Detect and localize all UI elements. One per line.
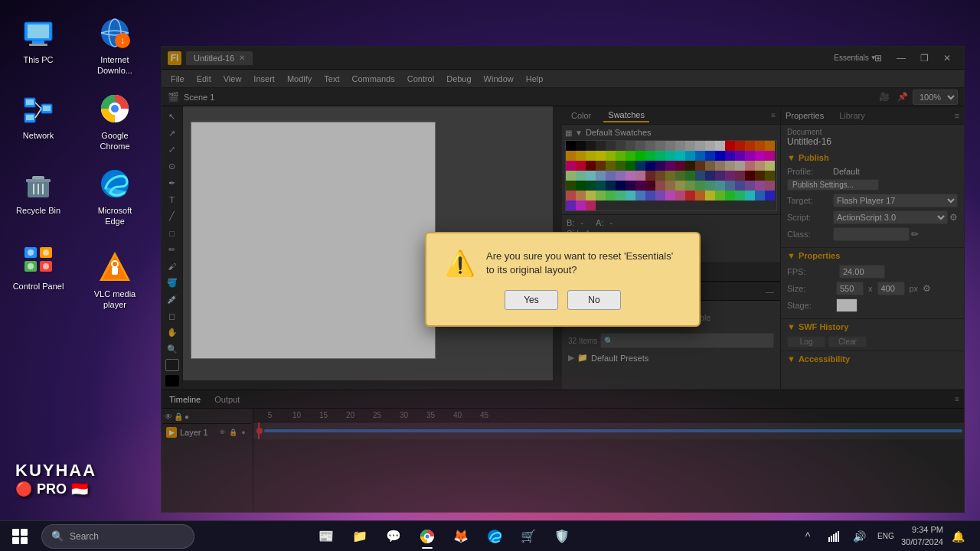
desktop-icon-control-panel[interactable]: Control Panel (8, 238, 69, 314)
vlc-label: VLC mediaplayer (94, 289, 136, 311)
taskbar-apps: 📰 📁 💬 🦊 (311, 523, 577, 550)
taskbar-explorer[interactable]: 📁 (345, 523, 375, 550)
clock-time: 9:34 PM (901, 524, 943, 536)
dialog-message: Are you sure you want to reset 'Essentia… (486, 249, 681, 277)
taskbar-shield[interactable]: 🛡️ (547, 523, 577, 550)
desktop-icon-this-pc[interactable]: This PC (8, 11, 69, 80)
svg-rect-43 (828, 537, 830, 542)
tray-volume-icon[interactable]: 🔊 (849, 526, 871, 547)
svg-rect-3 (29, 44, 47, 46)
system-tray: ^ 🔊 ENG 9:34 PM 30/07/2024 🔔 (797, 524, 975, 548)
svg-rect-45 (833, 534, 835, 542)
yes-button[interactable]: Yes (505, 290, 558, 310)
svg-line-14 (35, 103, 41, 109)
chrome-taskbar-icon (418, 527, 436, 546)
desktop-icon-recycle-bin[interactable]: Recycle Bin (8, 162, 69, 230)
taskbar-widgets[interactable]: 📰 (311, 523, 341, 550)
no-button[interactable]: No (567, 290, 621, 310)
chrome-label: Google Chrome (87, 130, 142, 152)
widgets-icon: 📰 (317, 527, 335, 546)
this-pc-icon (20, 15, 57, 51)
control-panel-label: Control Panel (13, 281, 64, 292)
recycle-bin-label: Recycle Bin (16, 205, 60, 216)
svg-point-30 (28, 249, 34, 256)
svg-point-33 (43, 263, 49, 269)
control-panel-icon (20, 241, 57, 278)
svg-point-38 (113, 262, 117, 266)
edge-label: MicrosoftEdge (98, 205, 132, 227)
reset-layout-dialog: ⚠️ Are you sure you want to reset 'Essen… (425, 232, 701, 327)
recycle-bin-icon (20, 165, 57, 202)
shield-taskbar-icon: 🛡️ (553, 527, 571, 546)
internet-download-icon: ↓ (96, 15, 133, 51)
vlc-icon (96, 249, 133, 285)
watermark: KUYHAA 🔴 PRO 🇮🇩 (15, 461, 96, 497)
svg-rect-2 (32, 41, 44, 44)
desktop-icon-network[interactable]: Network (8, 87, 69, 155)
svg-rect-44 (831, 536, 832, 542)
dialog-buttons: Yes No (505, 290, 621, 310)
clock-date: 30/07/2024 (901, 536, 943, 548)
taskbar-firefox[interactable]: 🦊 (446, 523, 476, 550)
desktop-icon-internet-download[interactable]: ↓ InternetDownlo... (84, 11, 145, 80)
taskbar-whatsapp[interactable]: 💬 (378, 523, 409, 550)
svg-rect-9 (26, 99, 34, 105)
internet-download-label: InternetDownlo... (97, 54, 132, 77)
edge-icon (96, 165, 133, 202)
taskbar-search-text: Search (70, 531, 99, 542)
desktop-icon-vlc[interactable]: VLC mediaplayer (84, 246, 145, 314)
modal-overlay: ⚠️ Are you sure you want to reset 'Essen… (162, 47, 964, 512)
whatsapp-icon: 💬 (384, 527, 403, 546)
taskbar: 🔍 Search 📰 📁 💬 (0, 520, 980, 551)
taskbar-search[interactable]: 🔍 Search (41, 524, 194, 549)
network-icon (20, 90, 57, 127)
desktop-icon-edge[interactable]: MicrosoftEdge (84, 162, 145, 230)
taskbar-chrome[interactable] (412, 523, 443, 550)
svg-point-31 (43, 249, 49, 256)
this-pc-label: This PC (23, 54, 53, 65)
tray-network-icon[interactable] (823, 526, 844, 547)
firefox-icon: 🦊 (452, 527, 470, 546)
desktop-icons-area: This PC ↓ InternetDownlo... (4, 8, 157, 317)
svg-rect-46 (835, 533, 837, 542)
tray-language-icon[interactable]: ENG (875, 526, 897, 547)
svg-rect-13 (43, 106, 51, 111)
svg-point-18 (111, 105, 119, 112)
svg-line-15 (35, 109, 41, 118)
watermark-line2: 🔴 PRO 🇮🇩 (15, 481, 96, 497)
taskbar-search-icon: 🔍 (51, 530, 64, 542)
flash-window: Fl Untitled-16 ✕ Essentials ▼ ⊞ — ❐ ✕ Fi… (161, 46, 965, 513)
svg-point-41 (425, 534, 429, 538)
dialog-content: ⚠️ Are you sure you want to reset 'Essen… (445, 249, 681, 278)
warning-icon: ⚠️ (445, 249, 475, 278)
svg-text:↓: ↓ (120, 35, 125, 46)
taskbar-clock[interactable]: 9:34 PM 30/07/2024 (901, 524, 943, 548)
tray-notification-icon[interactable]: 🔔 (948, 526, 969, 547)
svg-point-32 (28, 263, 34, 269)
store-icon: 🛒 (519, 527, 537, 546)
svg-rect-36 (112, 267, 118, 275)
windows-icon (12, 529, 28, 544)
svg-rect-21 (26, 179, 51, 182)
svg-rect-11 (26, 115, 34, 120)
taskbar-store[interactable]: 🛒 (513, 523, 544, 550)
chrome-icon (96, 90, 133, 127)
svg-rect-47 (838, 531, 839, 542)
network-label: Network (23, 130, 54, 141)
explorer-icon: 📁 (351, 527, 369, 546)
tray-up-arrow[interactable]: ^ (797, 526, 818, 547)
edge-taskbar-icon (485, 527, 504, 546)
taskbar-edge[interactable] (479, 523, 510, 550)
desktop: This PC ↓ InternetDownlo... (0, 0, 980, 520)
watermark-line1: KUYHAA (15, 461, 96, 481)
svg-rect-1 (28, 24, 49, 38)
start-button[interactable] (5, 524, 35, 549)
desktop-icon-chrome[interactable]: Google Chrome (84, 87, 145, 155)
